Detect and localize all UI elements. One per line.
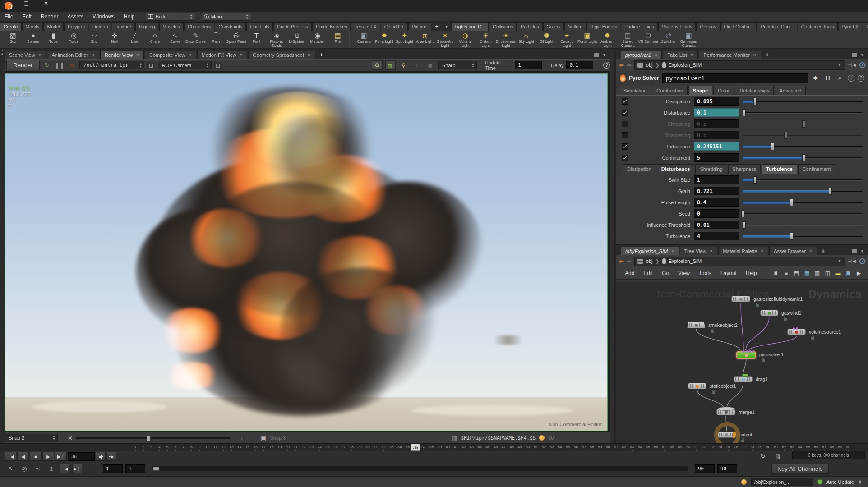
close-icon[interactable]: ✕: [91, 53, 95, 57]
layout-icon[interactable]: ◫: [823, 270, 832, 276]
folder-tab-shredding[interactable]: Shredding: [695, 164, 727, 174]
shelf-tab-pyro-fx[interactable]: Pyro FX: [838, 22, 863, 31]
breadcrumb[interactable]: obj ❯ Explosion_SIM ▼: [634, 257, 845, 266]
close-icon[interactable]: ✕: [654, 53, 658, 57]
pane-menu-icon[interactable]: ▼: [602, 53, 606, 57]
help-icon[interactable]: ?: [858, 75, 864, 82]
zoom-in-icon[interactable]: +: [240, 435, 244, 441]
node-smokeobject2[interactable]: [687, 322, 705, 328]
stop-button[interactable]: ■: [30, 452, 42, 461]
tool-volume-light[interactable]: ◍Volume Light: [455, 32, 476, 48]
folder-tab-sharpness[interactable]: Sharpness: [728, 164, 761, 174]
rop-dropdown[interactable]: /out/mantra_ipr ▲▼: [79, 61, 144, 69]
tab-scene-view[interactable]: Scene View✕: [5, 51, 46, 59]
tool-curve[interactable]: ∿Curve: [165, 32, 185, 44]
update-time-field[interactable]: 1: [515, 61, 542, 69]
slope-icon[interactable]: ∿: [32, 465, 43, 472]
network-canvas[interactable]: Non-Commercial Edition Dynamics gasresiz…: [616, 282, 868, 444]
new-tab-icon[interactable]: +: [762, 51, 773, 59]
key-all-channels-button[interactable]: Key All Channels: [771, 464, 829, 474]
param-slider[interactable]: [743, 109, 864, 117]
close-icon[interactable]: ✕: [240, 53, 243, 57]
shelf-tab-hair-utils[interactable]: Hair Utils: [246, 22, 273, 31]
folder-tab-simulation[interactable]: Simulation: [619, 86, 651, 95]
node-gasresizefluiddynamic1[interactable]: [731, 296, 750, 302]
playback-range-slider[interactable]: [152, 466, 688, 471]
shelf-tab-viscous-fluids[interactable]: Viscous Fluids: [658, 22, 696, 31]
param-slider[interactable]: [743, 187, 864, 195]
tool-torus[interactable]: ◎Torus: [64, 32, 84, 44]
tool-spray-paint[interactable]: ⁂Spray Paint: [226, 32, 246, 44]
stop-icon[interactable]: ⊗: [67, 62, 77, 69]
pin-icon[interactable]: ⊣◄: [848, 258, 857, 264]
spin-arrows-icon[interactable]: ▲▼: [245, 14, 249, 20]
pane-menu-icon[interactable]: ▼: [860, 53, 864, 57]
close-icon[interactable]: ✕: [710, 249, 713, 253]
shelf-tab-characters[interactable]: Characters: [184, 22, 214, 31]
tool-draw-curve[interactable]: ✎Draw Curve: [185, 32, 206, 44]
tool-stereo-camera[interactable]: ◫Stereo Camera: [618, 32, 638, 48]
shelf-tab-fem[interactable]: FEM: [863, 22, 868, 31]
param-value-field[interactable]: 0.5: [694, 119, 739, 128]
netmenu-help[interactable]: Help: [742, 269, 761, 278]
tool-grid[interactable]: ▱Grid: [84, 32, 104, 44]
close-icon[interactable]: ✕: [753, 53, 757, 57]
color-palette-icon[interactable]: ▦: [802, 270, 812, 276]
tab-animation-editor[interactable]: Animation Editor✕: [47, 51, 99, 59]
current-frame-marker[interactable]: 36: [411, 444, 420, 451]
folder-tab-dissipation[interactable]: Dissipation: [623, 164, 656, 174]
back-icon[interactable]: ⬅: [619, 258, 624, 265]
spin-arrows-icon[interactable]: ▲▼: [859, 479, 862, 485]
search-icon[interactable]: ⌕: [836, 74, 845, 82]
param-value-field[interactable]: 5: [694, 153, 739, 162]
tool-point-light[interactable]: ✸Point Light: [374, 32, 394, 44]
lightbulb-icon[interactable]: ⚲: [398, 60, 409, 70]
pause-icon[interactable]: ❚❚: [55, 62, 65, 69]
render-button[interactable]: Render: [6, 60, 40, 70]
spin-arrows-icon[interactable]: ▲▼: [471, 63, 475, 68]
folder-tab-combustion[interactable]: Combustion: [652, 86, 688, 95]
chevron-down-icon[interactable]: ▼: [838, 259, 842, 263]
shelf-tab-terrain-fx[interactable]: Terrain FX: [351, 22, 380, 31]
param-slider[interactable]: [743, 232, 864, 240]
folder-tab-relationships[interactable]: Relationships: [735, 86, 774, 95]
tab-render-view[interactable]: Render View✕: [100, 51, 144, 59]
param-value-field[interactable]: 0.01: [694, 221, 739, 229]
tool-metaball[interactable]: ◉Metaball: [307, 32, 328, 44]
prev-keyframe-button[interactable]: ◀•: [96, 452, 106, 461]
slider-handle[interactable]: [743, 221, 746, 229]
breadcrumb-root[interactable]: obj: [646, 258, 653, 264]
folder-tab-disturbance[interactable]: Disturbance: [657, 164, 695, 174]
menu-edit[interactable]: Edit: [18, 13, 36, 21]
tool-spot-light[interactable]: ✦Spot Light: [394, 32, 415, 44]
shelf-tab-fluid-contai[interactable]: Fluid Contai...: [720, 22, 757, 31]
folder-tab-turbulence[interactable]: Turbulence: [762, 164, 797, 174]
tab-tree-view[interactable]: Tree View✕: [680, 247, 717, 255]
tool-distant-light[interactable]: ☀Distant Light: [476, 32, 496, 48]
param-checkbox[interactable]: ✓: [622, 98, 628, 105]
timeline-ruler[interactable]: 1234567891011121314151617181920212223242…: [0, 443, 868, 451]
param-value-field[interactable]: 0.4: [694, 198, 739, 207]
range-start-field[interactable]: 1: [125, 464, 145, 473]
param-value-field[interactable]: 0.245151: [694, 142, 739, 151]
close-icon[interactable]: ✕: [690, 53, 694, 57]
tab-material-palette[interactable]: Material Palette✕: [718, 247, 768, 255]
shelf-tab-muscles[interactable]: Muscles: [159, 22, 184, 31]
preview-toggle-icon[interactable]: ♻: [372, 60, 382, 70]
zoom-out-icon[interactable]: −: [233, 435, 237, 441]
param-slider[interactable]: [743, 198, 864, 207]
slider-handle[interactable]: [802, 154, 805, 161]
back-icon[interactable]: ⬅: [619, 62, 624, 69]
presets-icon[interactable]: ✱: [811, 75, 820, 82]
sphere-icon[interactable]: ◍: [425, 60, 435, 70]
tab-motion-fx-view[interactable]: Motion FX View✕: [197, 51, 247, 59]
slider-handle[interactable]: [741, 210, 744, 217]
shelf-tab-model[interactable]: Model: [43, 22, 64, 31]
filter-dropdown[interactable]: Sharp ▲▼: [438, 61, 477, 69]
menu-help[interactable]: Help: [119, 13, 139, 21]
netmenu-go[interactable]: Go: [658, 269, 673, 278]
help-icon[interactable]: ?: [603, 62, 610, 69]
inspect-icon[interactable]: ⌕: [411, 60, 422, 70]
snapshot-close-icon[interactable]: ✕: [68, 435, 73, 441]
param-value-field[interactable]: 4: [694, 232, 739, 240]
